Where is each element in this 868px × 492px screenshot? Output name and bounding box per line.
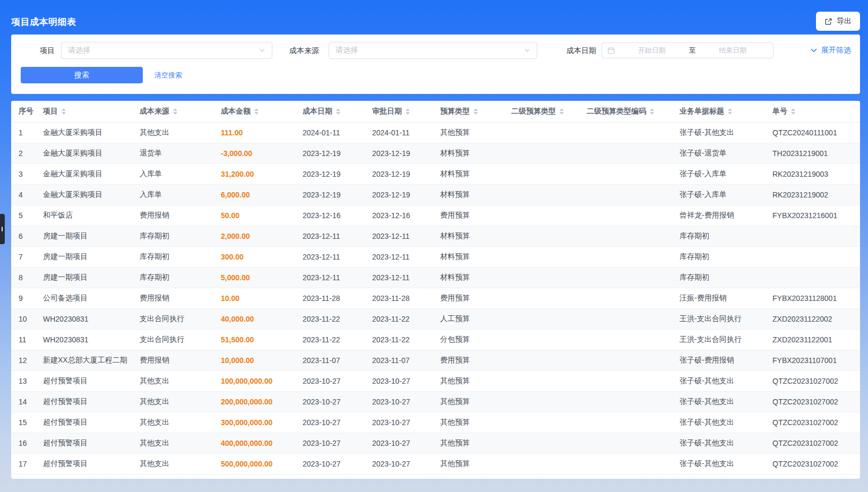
cell-index: 16 [11,433,36,453]
cell-sub-budget-type [504,184,579,205]
date-start-input[interactable]: 开始日期 [617,46,687,55]
sort-icon[interactable] [728,108,732,115]
cell-amount: 300.00 [213,246,295,267]
search-button[interactable]: 搜索 [21,67,143,83]
table-row: 16超付预警项目其他支出400,000,000.002023-10-272023… [11,433,860,453]
cell-cost-date: 2023-12-16 [295,205,365,226]
cell-amount: 300,000,000.00 [213,412,295,433]
cell-doc-no: TH20231219001 [765,143,860,163]
column-header-8[interactable]: 二级预算类型编码 [579,101,672,122]
cost-date-range-picker[interactable]: 开始日期 至 结束日期 [601,42,774,58]
cell-sub-budget-code [579,122,672,143]
cell-doc-no: QTZC20231027002 [765,453,860,474]
cell-index: 11 [11,329,36,350]
sort-icon[interactable] [650,108,654,115]
cell-doc-no: RK20231219002 [765,184,860,205]
cell-budget-type: 其他预算 [433,370,504,391]
cell-sub-budget-type [504,308,579,329]
cell-approve-date: 2023-12-19 [365,184,433,205]
cell-doc-title: 张子硕-入库单 [672,163,765,184]
cell-amount: 10.00 [213,288,295,308]
cell-project: 公司备选项目 [36,288,132,308]
cell-sub-budget-type [504,288,579,308]
cell-source: 库存期初 [132,226,213,246]
cell-doc-no: QTZC20231027002 [765,412,860,433]
clear-search-link[interactable]: 清空搜索 [154,67,182,83]
expand-filter-link[interactable]: 展开筛选 [810,42,851,59]
sort-icon[interactable] [336,108,340,115]
column-header-3[interactable]: 成本金额 [213,101,295,122]
cell-cost-date: 2023-11-22 [295,329,365,350]
sort-icon[interactable] [474,108,478,115]
cell-sub-budget-code [579,143,672,163]
cell-sub-budget-code [579,453,672,474]
column-header-7[interactable]: 二级预算类型 [504,101,579,122]
left-drawer-handle[interactable] [0,214,5,244]
cell-index: 7 [11,246,36,267]
column-header-4[interactable]: 成本日期 [295,101,365,122]
cell-amount: 2,000.00 [213,226,295,246]
column-label: 成本日期 [303,107,332,115]
cell-project: 金融大厦采购项目 [36,122,132,143]
cell-budget-type: 其他预算 [433,391,504,412]
cell-cost-date: 2023-10-27 [295,370,365,391]
cell-index: 13 [11,370,36,391]
cell-index: 15 [11,412,36,433]
cell-sub-budget-code [579,205,672,226]
cell-index: 1 [11,122,36,143]
cell-source: 支出合同执行 [132,329,213,350]
cell-amount: 6,000.00 [213,184,295,205]
cell-index: 5 [11,205,36,226]
cell-sub-budget-code [579,163,672,184]
cell-budget-type: 分包预算 [433,329,504,350]
cost-source-select[interactable]: 请选择 [329,42,537,59]
cell-approve-date: 2023-12-16 [365,205,433,226]
column-label: 审批日期 [372,107,402,115]
cell-amount: 31,200.00 [213,163,295,184]
expand-filter-label: 展开筛选 [821,46,851,55]
table-row: 7房建一期项目库存期初300.002023-12-112023-12-11材料预… [11,246,860,267]
column-label: 二级预算类型编码 [587,107,646,115]
cell-source: 入库单 [132,163,213,184]
cell-doc-no: QTZC20231027002 [765,370,860,391]
cell-budget-type: 材料预算 [433,226,504,246]
cell-approve-date: 2023-12-19 [365,143,433,163]
cell-project: 超付预警项目 [36,453,132,474]
cell-doc-title: 张子硕-入库单 [672,184,765,205]
cell-project: 金融大厦采购项目 [36,163,132,184]
sort-icon[interactable] [254,108,259,115]
cell-source: 其他支出 [132,391,213,412]
column-header-5[interactable]: 审批日期 [365,101,433,122]
column-header-2[interactable]: 成本来源 [132,101,213,122]
cell-doc-title: 汪振-费用报销 [672,288,765,308]
cell-source: 其他支出 [132,412,213,433]
column-header-1[interactable]: 项目 [36,101,132,122]
cell-amount: 500,000,000.00 [213,453,295,474]
column-header-10[interactable]: 单号 [765,101,860,122]
project-select[interactable]: 请选择 [61,42,272,59]
project-filter-label: 项目 [40,42,55,59]
page-title: 项目成本明细表 [11,16,76,28]
cell-index: 12 [11,350,36,370]
column-label: 单号 [772,107,787,115]
cell-doc-no [765,226,860,246]
export-button[interactable]: 导出 [816,12,860,31]
date-end-input[interactable]: 结束日期 [698,46,768,55]
cell-sub-budget-code [579,391,672,412]
cell-budget-type: 材料预算 [433,163,504,184]
column-header-6[interactable]: 预算类型 [433,101,504,122]
export-button-label: 导出 [837,16,852,26]
cell-cost-date: 2023-12-19 [295,184,365,205]
cell-sub-budget-type [504,163,579,184]
column-header-9[interactable]: 业务单据标题 [672,101,765,122]
cell-budget-type: 费用预算 [433,205,504,226]
sort-icon[interactable] [406,108,410,115]
sort-icon[interactable] [560,108,564,115]
export-icon [824,18,832,25]
cell-doc-title: 王洪-支出合同执行 [672,308,765,329]
cell-sub-budget-code [579,329,672,350]
sort-icon[interactable] [62,108,66,115]
cell-source: 费用报销 [132,288,213,308]
sort-icon[interactable] [173,108,177,115]
sort-icon[interactable] [791,108,795,115]
